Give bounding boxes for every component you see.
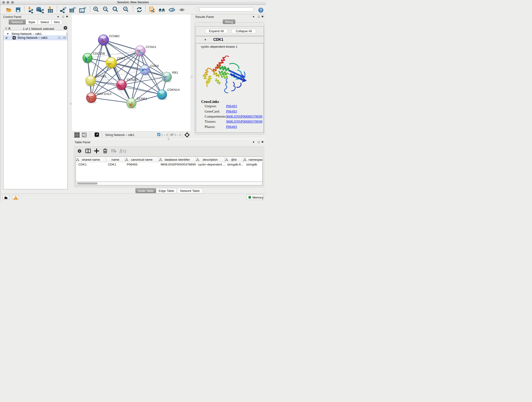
svg-text:CCNB2: CCNB2 [109,34,120,38]
svg-text:CCNA1: CCNA1 [146,45,156,49]
svg-text:CCNA2: CCNA2 [127,78,138,82]
svg-text:HIST1H1A: HIST1H1A [97,92,112,96]
svg-text:CCNE1: CCNE1 [137,97,147,100]
svg-text:CCNB1: CCNB1 [96,75,107,78]
svg-text:CDKN1A: CDKN1A [167,88,180,91]
svg-text:CDC25B: CDC25B [93,52,105,55]
svg-text:?: ? [260,8,262,12]
svg-text:CDC6: CDC6 [150,64,159,68]
svg-text:CDK1: CDK1 [117,57,125,60]
svg-text:RB1: RB1 [172,71,178,74]
